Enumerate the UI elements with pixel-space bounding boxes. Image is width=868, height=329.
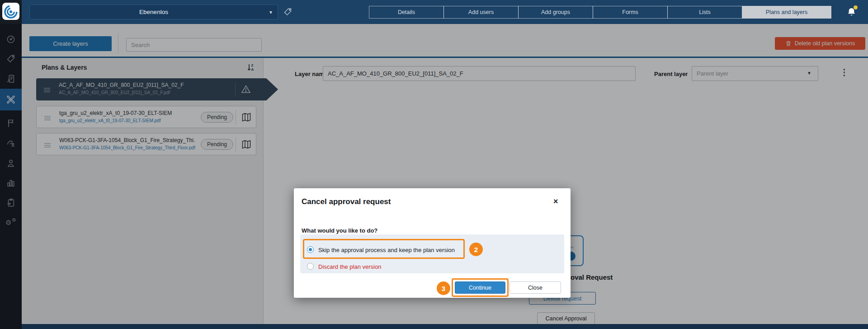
annotation-box-step-2 xyxy=(303,239,465,259)
annotation-badge-3: 3 xyxy=(437,281,450,295)
radio-discard-plan[interactable] xyxy=(307,263,314,270)
project-dropdown-value: Ebenenlos xyxy=(139,9,168,15)
notification-badge xyxy=(854,5,858,10)
app-logo[interactable] xyxy=(2,3,19,22)
project-dropdown[interactable]: Ebenenlos ▾ xyxy=(29,5,278,19)
tab-details[interactable]: Details xyxy=(369,6,444,19)
tag-icon[interactable] xyxy=(283,7,292,19)
modal-question: What would you like to do? xyxy=(302,227,377,234)
option-discard-label[interactable]: Discard the plan version xyxy=(318,263,381,270)
top-tabs: Details Add users Add groups Forms Lists… xyxy=(369,6,831,19)
cancel-approval-request-modal: Cancel approval request × What would you… xyxy=(294,188,571,298)
tab-add-groups[interactable]: Add groups xyxy=(518,6,593,19)
tab-forms[interactable]: Forms xyxy=(593,6,668,19)
chevron-down-icon: ▾ xyxy=(269,9,272,15)
continue-button[interactable]: Continue xyxy=(455,281,505,294)
top-navigation-bar: Ebenenlos ▾ Details Add users Add groups… xyxy=(0,0,868,24)
tab-add-users[interactable]: Add users xyxy=(443,6,519,19)
annotation-badge-2: 2 xyxy=(469,243,483,256)
tab-lists[interactable]: Lists xyxy=(667,6,742,19)
app-screen: Ebenenlos ▾ Details Add users Add groups… xyxy=(0,0,868,329)
modal-title: Cancel approval request xyxy=(302,197,391,206)
modal-close-button[interactable]: Close xyxy=(509,281,561,294)
tab-plans-and-layers[interactable]: Plans and layers xyxy=(742,6,831,19)
close-icon[interactable]: × xyxy=(553,197,558,206)
